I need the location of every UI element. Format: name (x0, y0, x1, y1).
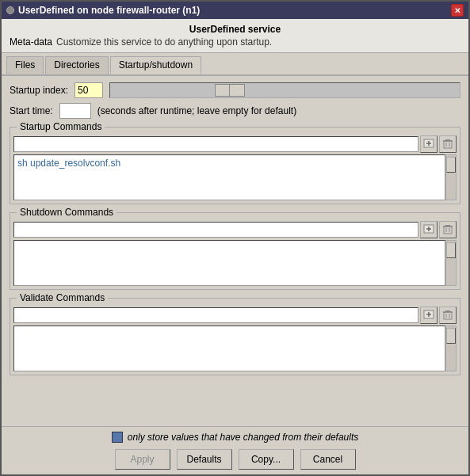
startup-list-wrapper: sh update_resolvconf.sh (13, 154, 457, 200)
svg-rect-5 (445, 139, 450, 141)
cancel-button[interactable]: Cancel (300, 449, 356, 470)
service-header: UserDefined service Meta-data Customize … (2, 19, 468, 53)
startup-index-input[interactable] (75, 82, 103, 98)
validate-commands-legend: Validate Commands (17, 292, 108, 303)
startup-index-row: Startup index: (10, 82, 460, 98)
validate-add-button[interactable] (420, 307, 438, 324)
shutdown-toolbar (13, 221, 457, 238)
meta-label: Meta-data (10, 36, 52, 48)
startup-command-input[interactable] (13, 136, 418, 152)
copy-button[interactable]: Copy... (239, 449, 294, 470)
tabs-row: Files Directories Startup/shutdown (2, 53, 468, 76)
tab-directories[interactable]: Directories (45, 56, 108, 74)
svg-rect-19 (444, 312, 452, 319)
start-time-label: Start time: (10, 105, 53, 116)
add-icon (423, 310, 434, 321)
defaults-checkbox-label: only store values that have changed from… (128, 432, 359, 443)
start-time-row: Start time: (seconds after runtime; leav… (10, 103, 460, 119)
validate-command-list[interactable] (13, 326, 445, 371)
service-title: UserDefined service (10, 24, 460, 35)
meta-data-row: Meta-data Customize this service to do a… (10, 36, 460, 48)
apply-button[interactable]: Apply (115, 449, 170, 470)
shutdown-command-list[interactable] (13, 240, 445, 286)
content-area: Startup index: Start time: (seconds afte… (2, 76, 468, 426)
add-icon (423, 139, 434, 150)
main-window: UserDefined on node firewall-router (n1)… (0, 0, 470, 476)
shutdown-list-wrapper (13, 240, 457, 286)
shutdown-commands-section: Shutdown Commands (10, 212, 460, 290)
close-button[interactable]: ✕ (451, 4, 464, 17)
startup-toolbar (13, 135, 457, 153)
title-bar-left: UserDefined on node firewall-router (n1) (6, 5, 200, 16)
window-title: UserDefined on node firewall-router (n1) (18, 5, 200, 16)
footer-buttons: Apply Defaults Copy... Cancel (10, 449, 460, 470)
svg-rect-3 (444, 141, 452, 148)
validate-commands-section: Validate Commands (10, 298, 460, 375)
shutdown-add-button[interactable] (420, 221, 438, 238)
shutdown-commands-legend: Shutdown Commands (17, 207, 117, 218)
shutdown-commands-content (10, 213, 460, 289)
shutdown-command-input[interactable] (13, 222, 418, 238)
title-bar: UserDefined on node firewall-router (n1)… (2, 2, 468, 19)
delete-icon (442, 310, 453, 321)
slider-thumb-2 (229, 84, 245, 97)
checkbox-row: only store values that have changed from… (10, 432, 460, 443)
startup-slider[interactable] (109, 82, 460, 98)
startup-command-list[interactable]: sh update_resolvconf.sh (13, 154, 445, 200)
startup-commands-content: sh update_resolvconf.sh (10, 128, 460, 204)
delete-icon (442, 224, 453, 235)
startup-add-button[interactable] (420, 135, 438, 153)
validate-toolbar (13, 307, 457, 324)
validate-scrollbar-thumb (446, 328, 456, 344)
footer: only store values that have changed from… (2, 426, 468, 474)
tab-files[interactable]: Files (6, 56, 44, 74)
svg-rect-11 (444, 227, 452, 234)
shutdown-scrollbar[interactable] (445, 240, 457, 286)
svg-rect-13 (445, 225, 450, 227)
start-time-input[interactable] (59, 103, 91, 119)
validate-commands-content (10, 299, 460, 375)
defaults-button[interactable]: Defaults (177, 449, 232, 470)
svg-rect-21 (445, 310, 450, 312)
startup-scrollbar[interactable] (445, 154, 457, 200)
validate-scrollbar[interactable] (445, 326, 457, 371)
meta-value: Customize this service to do anything up… (56, 36, 272, 48)
shutdown-delete-button[interactable] (439, 221, 457, 238)
startup-commands-section: Startup Commands (10, 127, 460, 204)
validate-command-input[interactable] (13, 307, 418, 323)
start-time-hint: (seconds after runtime; leave empty for … (97, 105, 296, 116)
startup-command-item: sh update_resolvconf.sh (16, 157, 443, 169)
tab-startup-shutdown[interactable]: Startup/shutdown (110, 56, 201, 74)
window-icon (6, 6, 14, 14)
startup-index-label: Startup index: (10, 85, 68, 96)
delete-icon (442, 139, 453, 150)
add-icon (423, 224, 434, 235)
startup-delete-button[interactable] (439, 135, 457, 153)
defaults-checkbox[interactable] (112, 432, 123, 443)
shutdown-scrollbar-thumb (446, 242, 456, 258)
validate-list-wrapper (13, 326, 457, 371)
startup-scrollbar-thumb (446, 157, 456, 173)
startup-commands-legend: Startup Commands (17, 121, 105, 132)
validate-delete-button[interactable] (439, 307, 457, 324)
